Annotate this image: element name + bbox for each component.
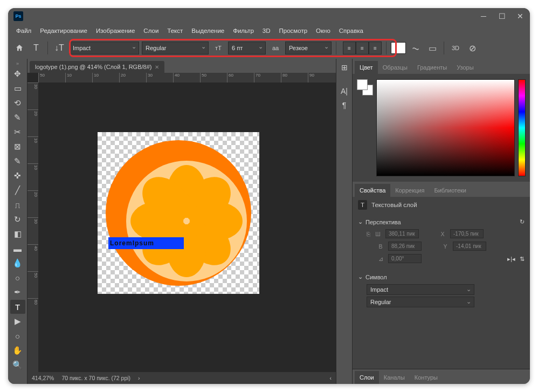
dodge-tool[interactable]: ○ bbox=[10, 271, 25, 285]
history-brush-tool[interactable]: ↻ bbox=[10, 212, 25, 226]
tab-channels[interactable]: Каналы bbox=[379, 371, 410, 384]
eraser-tool[interactable]: ◧ bbox=[10, 227, 25, 241]
crop-tool[interactable]: ✂ bbox=[10, 125, 25, 139]
x-input[interactable] bbox=[450, 229, 484, 238]
menu-edit[interactable]: Редактирование bbox=[36, 26, 91, 35]
menu-filter[interactable]: Фильтр bbox=[229, 26, 258, 35]
foreground-color[interactable] bbox=[357, 79, 368, 90]
orange-graphic bbox=[106, 140, 251, 286]
font-family-dropdown[interactable]: Impact bbox=[69, 42, 139, 54]
close-tab-icon[interactable]: ✕ bbox=[155, 64, 159, 70]
character-section-toggle[interactable]: ⌄ Символ bbox=[358, 271, 525, 283]
menu-layers[interactable]: Слои bbox=[140, 26, 162, 35]
tab-paths[interactable]: Контуры bbox=[410, 371, 443, 384]
char-style-dropdown[interactable]: Regular bbox=[367, 297, 474, 307]
eyedropper-tool[interactable]: ✎ bbox=[10, 154, 25, 168]
doc-dimensions: 70 пикс. x 70 пикс. (72 ppi) bbox=[61, 375, 130, 381]
align-left-button[interactable]: ≡ bbox=[343, 42, 356, 54]
status-chevron-icon[interactable]: › bbox=[138, 375, 140, 381]
layer-type-header: T Текстовый слой bbox=[353, 197, 530, 213]
move-tool[interactable]: ✥ bbox=[10, 67, 25, 81]
collapse-toolbar-icon[interactable]: » bbox=[16, 61, 19, 66]
document-area: logotype (1).png @ 414% (Слой 1, RGB/8#)… bbox=[27, 59, 336, 384]
char-font-dropdown[interactable]: Impact bbox=[367, 284, 474, 295]
flip-v-icon[interactable]: ⇅ bbox=[520, 256, 525, 262]
hand-tool[interactable]: ✋ bbox=[10, 343, 25, 357]
type-tool[interactable]: T bbox=[10, 300, 25, 314]
height-input[interactable] bbox=[388, 242, 422, 251]
reset-icon[interactable]: ↻ bbox=[520, 218, 525, 225]
tab-libraries[interactable]: Библиотеки bbox=[429, 184, 471, 197]
char-panel-icon[interactable]: A| bbox=[341, 87, 348, 95]
tab-swatches[interactable]: Образцы bbox=[378, 61, 412, 74]
minimize-button[interactable]: ─ bbox=[479, 12, 488, 20]
transform-section-toggle[interactable]: ⌄ Перспектива ↻ bbox=[358, 216, 525, 228]
color-picker-area[interactable] bbox=[376, 79, 515, 176]
path-select-tool[interactable]: ▶ bbox=[10, 314, 25, 328]
status-chevron-left-icon[interactable]: ‹ bbox=[330, 375, 332, 381]
brush-tool[interactable]: ╱ bbox=[10, 183, 25, 197]
align-center-button[interactable]: ≡ bbox=[356, 42, 369, 54]
zoom-tool[interactable]: 🔍 bbox=[10, 358, 25, 372]
ruler-horizontal: 5010102030405060708090 bbox=[38, 73, 336, 82]
tab-patterns[interactable]: Узоры bbox=[452, 61, 478, 74]
canvas-viewport[interactable]: 5010102030405060708090 30201010203040506… bbox=[27, 73, 336, 372]
menu-window[interactable]: Окно bbox=[312, 26, 334, 35]
properties-panel: T Текстовый слой ⌄ Перспектива ↻ ⎘ Ш X bbox=[353, 197, 530, 369]
flip-h-icon[interactable]: ▸|◂ bbox=[507, 256, 515, 262]
paragraph-panel-icon[interactable]: ¶ bbox=[342, 101, 347, 109]
text-orientation-icon[interactable]: ↓T bbox=[52, 41, 66, 55]
width-input[interactable] bbox=[385, 229, 419, 238]
maximize-button[interactable]: ☐ bbox=[498, 12, 506, 20]
blur-tool[interactable]: 💧 bbox=[10, 256, 25, 270]
character-panel-icon[interactable]: ▭ bbox=[425, 41, 439, 55]
menu-text[interactable]: Текст bbox=[163, 26, 187, 35]
frame-tool[interactable]: ⊠ bbox=[10, 140, 25, 154]
tab-adjustments[interactable]: Коррекция bbox=[390, 184, 429, 197]
tab-gradients[interactable]: Градиенты bbox=[412, 61, 452, 74]
menu-image[interactable]: Изображение bbox=[92, 26, 139, 35]
warp-text-icon[interactable] bbox=[409, 41, 423, 55]
pen-tool[interactable]: ✒ bbox=[10, 285, 25, 299]
angle-input[interactable] bbox=[388, 254, 422, 263]
collapsed-panels-strip: ⊞ A| ¶ bbox=[336, 59, 352, 384]
tab-layers[interactable]: Слои bbox=[355, 371, 379, 384]
panel-icon-1[interactable]: ⊞ bbox=[341, 63, 348, 72]
healing-tool[interactable]: ✜ bbox=[10, 169, 25, 183]
tab-color[interactable]: Цвет bbox=[355, 61, 378, 74]
home-icon[interactable] bbox=[12, 41, 26, 55]
document-tab[interactable]: logotype (1).png @ 414% (Слой 1, RGB/8#)… bbox=[30, 61, 164, 73]
text-layer-selection[interactable]: LoremIpsum bbox=[108, 237, 184, 249]
chevron-down-icon: ⌄ bbox=[358, 273, 363, 280]
link-icon[interactable]: ⎘ bbox=[367, 231, 370, 237]
cancel-icon[interactable]: ⊘ bbox=[465, 41, 479, 55]
menu-view[interactable]: Просмотр bbox=[275, 26, 312, 35]
menu-help[interactable]: Справка bbox=[335, 26, 367, 35]
gradient-tool[interactable]: ▬ bbox=[10, 242, 25, 256]
hue-slider[interactable] bbox=[518, 79, 526, 176]
lasso-tool[interactable]: ⟲ bbox=[10, 96, 25, 110]
close-button[interactable]: ✕ bbox=[516, 12, 525, 20]
document-tab-label: logotype (1).png @ 414% (Слой 1, RGB/8#) bbox=[35, 64, 151, 70]
stamp-tool[interactable]: ⎍ bbox=[10, 198, 25, 212]
menu-file[interactable]: Файл bbox=[12, 26, 35, 35]
angle-icon: ⊿ bbox=[377, 256, 384, 262]
font-style-dropdown[interactable]: Regular bbox=[142, 42, 209, 54]
zoom-level[interactable]: 414,27% bbox=[32, 375, 54, 381]
color-panel-tabs: Цвет Образцы Градиенты Узоры bbox=[353, 59, 530, 74]
fg-bg-swatch[interactable] bbox=[357, 79, 373, 95]
antialias-dropdown[interactable]: Резкое bbox=[285, 42, 332, 54]
marquee-tool[interactable]: ▭ bbox=[10, 81, 25, 95]
menu-3d[interactable]: 3D bbox=[259, 26, 274, 35]
3d-icon[interactable]: 3D bbox=[449, 41, 463, 55]
tab-properties[interactable]: Свойства bbox=[355, 184, 390, 197]
canvas[interactable]: LoremIpsum bbox=[98, 132, 259, 294]
y-input[interactable] bbox=[453, 242, 486, 251]
transform-section-label: Перспектива bbox=[365, 219, 401, 225]
shape-tool[interactable]: ○ bbox=[10, 329, 25, 343]
text-color-swatch[interactable] bbox=[391, 42, 406, 54]
align-right-button[interactable]: ≡ bbox=[369, 42, 382, 54]
quick-select-tool[interactable]: ✎ bbox=[10, 111, 25, 125]
font-size-dropdown[interactable]: 6 пт bbox=[228, 42, 266, 54]
menu-select[interactable]: Выделение bbox=[188, 26, 228, 35]
